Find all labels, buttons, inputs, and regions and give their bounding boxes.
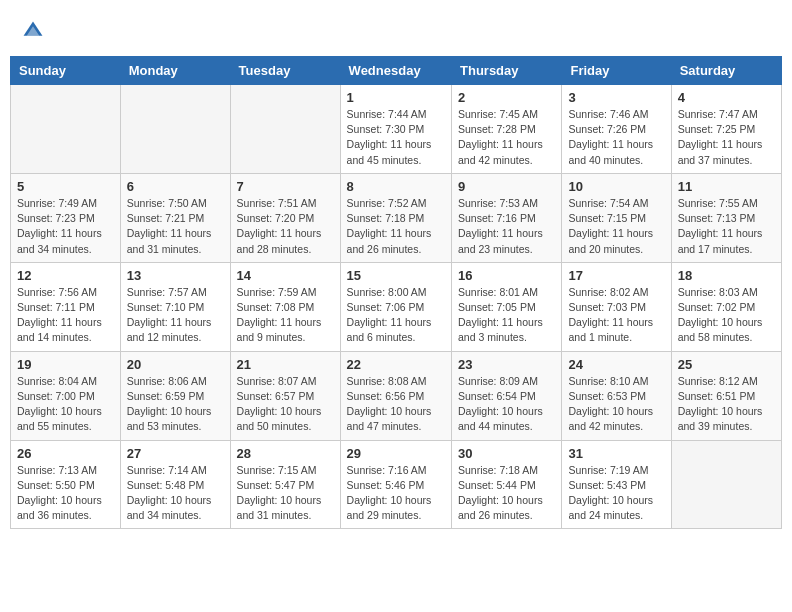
calendar-cell: 28Sunrise: 7:15 AM Sunset: 5:47 PM Dayli… xyxy=(230,440,340,529)
calendar-cell: 20Sunrise: 8:06 AM Sunset: 6:59 PM Dayli… xyxy=(120,351,230,440)
calendar-body: 1Sunrise: 7:44 AM Sunset: 7:30 PM Daylig… xyxy=(11,85,782,529)
day-info: Sunrise: 7:14 AM Sunset: 5:48 PM Dayligh… xyxy=(127,463,224,524)
calendar-cell: 31Sunrise: 7:19 AM Sunset: 5:43 PM Dayli… xyxy=(562,440,671,529)
day-info: Sunrise: 7:50 AM Sunset: 7:21 PM Dayligh… xyxy=(127,196,224,257)
calendar-cell: 12Sunrise: 7:56 AM Sunset: 7:11 PM Dayli… xyxy=(11,262,121,351)
day-number: 1 xyxy=(347,90,445,105)
day-info: Sunrise: 7:49 AM Sunset: 7:23 PM Dayligh… xyxy=(17,196,114,257)
day-number: 3 xyxy=(568,90,664,105)
calendar-cell: 5Sunrise: 7:49 AM Sunset: 7:23 PM Daylig… xyxy=(11,173,121,262)
logo xyxy=(20,20,48,46)
day-number: 20 xyxy=(127,357,224,372)
calendar-cell: 17Sunrise: 8:02 AM Sunset: 7:03 PM Dayli… xyxy=(562,262,671,351)
calendar-week-row: 5Sunrise: 7:49 AM Sunset: 7:23 PM Daylig… xyxy=(11,173,782,262)
day-number: 8 xyxy=(347,179,445,194)
day-info: Sunrise: 7:54 AM Sunset: 7:15 PM Dayligh… xyxy=(568,196,664,257)
day-number: 19 xyxy=(17,357,114,372)
calendar-cell: 30Sunrise: 7:18 AM Sunset: 5:44 PM Dayli… xyxy=(452,440,562,529)
calendar-cell: 4Sunrise: 7:47 AM Sunset: 7:25 PM Daylig… xyxy=(671,85,781,174)
day-info: Sunrise: 8:08 AM Sunset: 6:56 PM Dayligh… xyxy=(347,374,445,435)
calendar-cell: 16Sunrise: 8:01 AM Sunset: 7:05 PM Dayli… xyxy=(452,262,562,351)
day-info: Sunrise: 8:06 AM Sunset: 6:59 PM Dayligh… xyxy=(127,374,224,435)
day-info: Sunrise: 8:10 AM Sunset: 6:53 PM Dayligh… xyxy=(568,374,664,435)
day-number: 31 xyxy=(568,446,664,461)
day-number: 29 xyxy=(347,446,445,461)
day-info: Sunrise: 7:53 AM Sunset: 7:16 PM Dayligh… xyxy=(458,196,555,257)
weekday-header: Tuesday xyxy=(230,57,340,85)
day-number: 24 xyxy=(568,357,664,372)
calendar-cell: 7Sunrise: 7:51 AM Sunset: 7:20 PM Daylig… xyxy=(230,173,340,262)
calendar-cell: 22Sunrise: 8:08 AM Sunset: 6:56 PM Dayli… xyxy=(340,351,451,440)
weekday-header-row: SundayMondayTuesdayWednesdayThursdayFrid… xyxy=(11,57,782,85)
day-number: 12 xyxy=(17,268,114,283)
day-info: Sunrise: 8:04 AM Sunset: 7:00 PM Dayligh… xyxy=(17,374,114,435)
calendar-cell: 19Sunrise: 8:04 AM Sunset: 7:00 PM Dayli… xyxy=(11,351,121,440)
day-info: Sunrise: 8:12 AM Sunset: 6:51 PM Dayligh… xyxy=(678,374,775,435)
day-number: 25 xyxy=(678,357,775,372)
calendar-week-row: 12Sunrise: 7:56 AM Sunset: 7:11 PM Dayli… xyxy=(11,262,782,351)
day-info: Sunrise: 7:56 AM Sunset: 7:11 PM Dayligh… xyxy=(17,285,114,346)
calendar-cell xyxy=(230,85,340,174)
calendar-cell xyxy=(120,85,230,174)
day-info: Sunrise: 7:16 AM Sunset: 5:46 PM Dayligh… xyxy=(347,463,445,524)
day-number: 9 xyxy=(458,179,555,194)
day-number: 5 xyxy=(17,179,114,194)
calendar-cell: 9Sunrise: 7:53 AM Sunset: 7:16 PM Daylig… xyxy=(452,173,562,262)
day-info: Sunrise: 7:47 AM Sunset: 7:25 PM Dayligh… xyxy=(678,107,775,168)
day-number: 26 xyxy=(17,446,114,461)
day-info: Sunrise: 7:55 AM Sunset: 7:13 PM Dayligh… xyxy=(678,196,775,257)
calendar-cell: 3Sunrise: 7:46 AM Sunset: 7:26 PM Daylig… xyxy=(562,85,671,174)
calendar-cell xyxy=(11,85,121,174)
day-number: 15 xyxy=(347,268,445,283)
day-info: Sunrise: 7:18 AM Sunset: 5:44 PM Dayligh… xyxy=(458,463,555,524)
day-info: Sunrise: 7:13 AM Sunset: 5:50 PM Dayligh… xyxy=(17,463,114,524)
weekday-header: Sunday xyxy=(11,57,121,85)
logo-icon xyxy=(22,20,44,42)
calendar-cell: 26Sunrise: 7:13 AM Sunset: 5:50 PM Dayli… xyxy=(11,440,121,529)
calendar-cell: 27Sunrise: 7:14 AM Sunset: 5:48 PM Dayli… xyxy=(120,440,230,529)
day-number: 21 xyxy=(237,357,334,372)
calendar-cell: 1Sunrise: 7:44 AM Sunset: 7:30 PM Daylig… xyxy=(340,85,451,174)
calendar-cell: 14Sunrise: 7:59 AM Sunset: 7:08 PM Dayli… xyxy=(230,262,340,351)
day-info: Sunrise: 8:09 AM Sunset: 6:54 PM Dayligh… xyxy=(458,374,555,435)
day-number: 18 xyxy=(678,268,775,283)
calendar-cell: 6Sunrise: 7:50 AM Sunset: 7:21 PM Daylig… xyxy=(120,173,230,262)
calendar-week-row: 19Sunrise: 8:04 AM Sunset: 7:00 PM Dayli… xyxy=(11,351,782,440)
calendar-week-row: 1Sunrise: 7:44 AM Sunset: 7:30 PM Daylig… xyxy=(11,85,782,174)
page-header xyxy=(10,10,782,51)
day-info: Sunrise: 7:46 AM Sunset: 7:26 PM Dayligh… xyxy=(568,107,664,168)
calendar-cell: 29Sunrise: 7:16 AM Sunset: 5:46 PM Dayli… xyxy=(340,440,451,529)
day-info: Sunrise: 8:02 AM Sunset: 7:03 PM Dayligh… xyxy=(568,285,664,346)
calendar-cell: 24Sunrise: 8:10 AM Sunset: 6:53 PM Dayli… xyxy=(562,351,671,440)
calendar-cell: 23Sunrise: 8:09 AM Sunset: 6:54 PM Dayli… xyxy=(452,351,562,440)
day-info: Sunrise: 7:19 AM Sunset: 5:43 PM Dayligh… xyxy=(568,463,664,524)
calendar-table: SundayMondayTuesdayWednesdayThursdayFrid… xyxy=(10,56,782,529)
day-number: 2 xyxy=(458,90,555,105)
day-info: Sunrise: 8:01 AM Sunset: 7:05 PM Dayligh… xyxy=(458,285,555,346)
calendar-cell: 13Sunrise: 7:57 AM Sunset: 7:10 PM Dayli… xyxy=(120,262,230,351)
weekday-header: Friday xyxy=(562,57,671,85)
calendar-cell: 25Sunrise: 8:12 AM Sunset: 6:51 PM Dayli… xyxy=(671,351,781,440)
day-number: 16 xyxy=(458,268,555,283)
day-number: 4 xyxy=(678,90,775,105)
weekday-header: Monday xyxy=(120,57,230,85)
day-info: Sunrise: 7:51 AM Sunset: 7:20 PM Dayligh… xyxy=(237,196,334,257)
day-number: 14 xyxy=(237,268,334,283)
day-number: 10 xyxy=(568,179,664,194)
day-number: 27 xyxy=(127,446,224,461)
day-number: 6 xyxy=(127,179,224,194)
weekday-header: Wednesday xyxy=(340,57,451,85)
weekday-header: Saturday xyxy=(671,57,781,85)
day-number: 11 xyxy=(678,179,775,194)
weekday-header: Thursday xyxy=(452,57,562,85)
day-number: 22 xyxy=(347,357,445,372)
calendar-cell: 15Sunrise: 8:00 AM Sunset: 7:06 PM Dayli… xyxy=(340,262,451,351)
calendar-cell xyxy=(671,440,781,529)
day-number: 7 xyxy=(237,179,334,194)
day-info: Sunrise: 7:57 AM Sunset: 7:10 PM Dayligh… xyxy=(127,285,224,346)
day-info: Sunrise: 8:07 AM Sunset: 6:57 PM Dayligh… xyxy=(237,374,334,435)
calendar-week-row: 26Sunrise: 7:13 AM Sunset: 5:50 PM Dayli… xyxy=(11,440,782,529)
calendar-cell: 2Sunrise: 7:45 AM Sunset: 7:28 PM Daylig… xyxy=(452,85,562,174)
day-number: 23 xyxy=(458,357,555,372)
day-number: 17 xyxy=(568,268,664,283)
